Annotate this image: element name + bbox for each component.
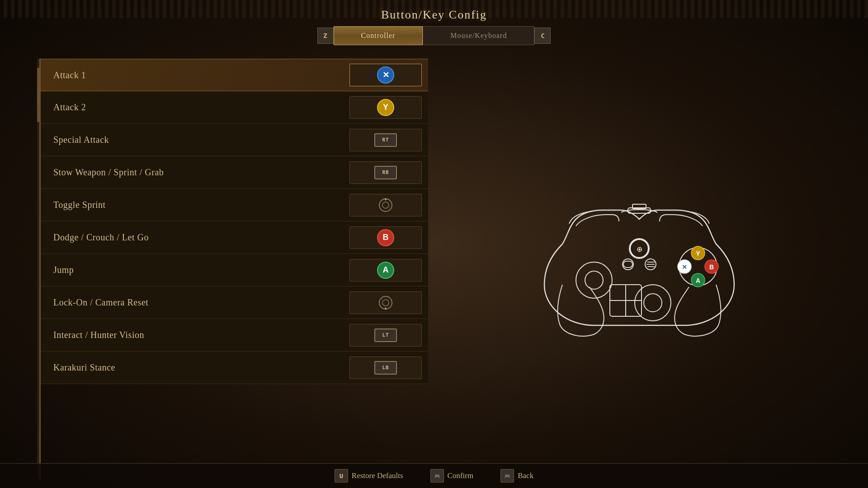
binding-row-special-attack[interactable]: Special Attack RT [41, 124, 428, 156]
confirm-label: Confirm [448, 471, 474, 480]
binding-row-interact[interactable]: Interact / Hunter Vision LT [41, 319, 428, 352]
binding-row-lockon[interactable]: Lock-On / Camera Reset [41, 286, 428, 319]
main-content: Attack 1 ✕ Attack 2 Y Special Attack [0, 50, 868, 488]
svg-point-12 [644, 294, 662, 312]
binding-key-interact: LT [349, 324, 422, 347]
binding-row-attack2[interactable]: Attack 2 Y [41, 91, 428, 124]
svg-point-11 [635, 285, 671, 321]
binding-row-karakuri[interactable]: Karakuri Stance LB [41, 352, 428, 384]
svg-point-0 [379, 199, 392, 211]
tab-z-key: Z [317, 28, 334, 44]
svg-text:✕: ✕ [682, 263, 687, 271]
binding-label-lockon: Lock-On / Camera Reset [41, 297, 349, 308]
svg-text:⊕: ⊕ [636, 245, 642, 253]
tab-c-key: C [534, 28, 551, 44]
svg-rect-31 [623, 261, 632, 267]
binding-key-lockon [349, 291, 422, 314]
restore-key-badge: U [335, 469, 348, 483]
svg-text:A: A [695, 277, 700, 284]
binding-label-karakuri: Karakuri Stance [41, 362, 349, 373]
main-container: Button/Key Config Z Controller Mouse/Key… [0, 0, 868, 488]
binding-label-attack1: Attack 1 [41, 70, 349, 80]
binding-row-attack1[interactable]: Attack 1 ✕ [41, 59, 428, 91]
lb-icon: LB [374, 361, 397, 375]
back-action[interactable]: 🎮 Back [500, 469, 533, 483]
rs-stick-icon [377, 197, 394, 213]
binding-label-dodge: Dodge / Crouch / Let Go [41, 232, 349, 243]
binding-key-special-attack: RT [349, 129, 422, 151]
svg-point-9 [576, 262, 612, 298]
binding-key-karakuri: LB [349, 357, 422, 379]
binding-row-stow-weapon[interactable]: Stow Weapon / Sprint / Grab RB [41, 156, 428, 189]
svg-point-4 [379, 296, 392, 309]
back-key-badge: 🎮 [500, 469, 514, 483]
binding-label-jump: Jump [41, 265, 349, 275]
confirm-key-badge: 🎮 [430, 469, 444, 483]
binding-key-attack1: ✕ [349, 64, 422, 86]
binding-label-attack2: Attack 2 [41, 102, 349, 113]
controller-diagram-area: Y ✕ B A ⊕ [446, 72, 832, 479]
binding-label-stow-weapon: Stow Weapon / Sprint / Grab [41, 167, 349, 178]
button-a-icon: A [377, 262, 394, 279]
tab-mouse-keyboard[interactable]: Mouse/Keyboard [423, 26, 534, 45]
restore-defaults-action[interactable]: U Restore Defaults [335, 469, 403, 483]
rt-icon: RT [374, 133, 397, 147]
page-title: Button/Key Config [381, 8, 487, 22]
rs-down-icon [377, 295, 394, 311]
back-label: Back [518, 471, 533, 480]
scrollbar[interactable] [37, 59, 39, 479]
svg-text:Y: Y [696, 250, 700, 257]
bottom-bar: U Restore Defaults 🎮 Confirm 🎮 Back [0, 463, 868, 488]
tabs-bar: Z Controller Mouse/Keyboard C [317, 26, 551, 45]
binding-key-attack2: Y [349, 96, 422, 119]
binding-key-stow-weapon: RB [349, 161, 422, 184]
button-b-icon: B [377, 229, 394, 246]
binding-key-toggle-sprint [349, 194, 422, 216]
controller-diagram: Y ✕ B A ⊕ [531, 199, 748, 352]
binding-row-dodge[interactable]: Dodge / Crouch / Let Go B [41, 221, 428, 254]
restore-defaults-label: Restore Defaults [352, 471, 403, 480]
svg-point-5 [382, 300, 389, 306]
button-y-icon: Y [377, 99, 394, 116]
binding-row-jump[interactable]: Jump A [41, 254, 428, 286]
binding-label-toggle-sprint: Toggle Sprint [41, 200, 349, 210]
bindings-panel-wrapper: Attack 1 ✕ Attack 2 Y Special Attack [36, 59, 428, 479]
binding-label-special-attack: Special Attack [41, 135, 349, 145]
binding-key-jump: A [349, 259, 422, 282]
binding-key-dodge: B [349, 226, 422, 249]
binding-row-toggle-sprint[interactable]: Toggle Sprint [41, 189, 428, 221]
lt-icon: LT [374, 328, 397, 342]
bindings-panel: Attack 1 ✕ Attack 2 Y Special Attack [39, 59, 428, 479]
tab-controller[interactable]: Controller [334, 26, 423, 45]
button-x-icon: ✕ [377, 66, 394, 84]
rb-icon: RB [374, 166, 397, 179]
svg-point-17 [623, 259, 633, 270]
scroll-thumb [37, 68, 39, 122]
svg-point-1 [382, 202, 389, 208]
confirm-action[interactable]: 🎮 Confirm [430, 469, 474, 483]
svg-text:B: B [709, 263, 713, 271]
binding-label-interact: Interact / Hunter Vision [41, 330, 349, 340]
svg-point-10 [585, 271, 603, 289]
